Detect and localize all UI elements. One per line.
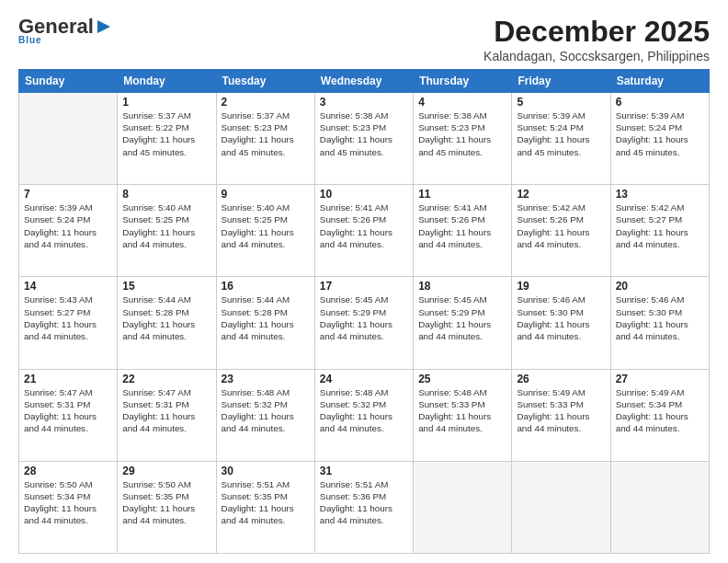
day-detail: Sunrise: 5:40 AMSunset: 5:25 PMDaylight:… <box>222 201 310 250</box>
day-number: 18 <box>418 280 506 293</box>
calendar-cell: 1Sunrise: 5:37 AMSunset: 5:22 PMDaylight… <box>118 93 216 185</box>
logo-arrow-icon <box>96 18 112 35</box>
calendar-cell: 6Sunrise: 5:39 AMSunset: 5:24 PMDaylight… <box>610 93 709 185</box>
day-detail: Sunrise: 5:44 AMSunset: 5:28 PMDaylight:… <box>122 293 210 342</box>
calendar-cell: 13Sunrise: 5:42 AMSunset: 5:27 PMDayligh… <box>610 185 709 277</box>
calendar-cell: 12Sunrise: 5:42 AMSunset: 5:26 PMDayligh… <box>512 185 610 277</box>
calendar-cell: 2Sunrise: 5:37 AMSunset: 5:23 PMDaylight… <box>216 93 314 185</box>
calendar-cell: 7Sunrise: 5:39 AMSunset: 5:24 PMDaylight… <box>19 185 118 277</box>
page-header: General Blue December 2025 Kalandagan, S… <box>18 15 710 63</box>
day-detail: Sunrise: 5:42 AMSunset: 5:27 PMDaylight:… <box>616 201 704 250</box>
calendar-cell: 21Sunrise: 5:47 AMSunset: 5:31 PMDayligh… <box>19 369 118 461</box>
calendar-cell: 18Sunrise: 5:45 AMSunset: 5:29 PMDayligh… <box>414 277 512 369</box>
day-detail: Sunrise: 5:50 AMSunset: 5:35 PMDaylight:… <box>122 478 210 527</box>
day-detail: Sunrise: 5:38 AMSunset: 5:23 PMDaylight:… <box>320 109 408 158</box>
day-detail: Sunrise: 5:43 AMSunset: 5:27 PMDaylight:… <box>24 293 112 342</box>
calendar-cell: 14Sunrise: 5:43 AMSunset: 5:27 PMDayligh… <box>19 277 118 369</box>
day-number: 20 <box>616 280 704 293</box>
day-detail: Sunrise: 5:45 AMSunset: 5:29 PMDaylight:… <box>320 293 408 342</box>
calendar-cell: 9Sunrise: 5:40 AMSunset: 5:25 PMDaylight… <box>216 185 314 277</box>
day-number: 1 <box>122 96 210 109</box>
calendar-cell: 16Sunrise: 5:44 AMSunset: 5:28 PMDayligh… <box>216 277 314 369</box>
day-detail: Sunrise: 5:39 AMSunset: 5:24 PMDaylight:… <box>24 201 112 250</box>
day-detail: Sunrise: 5:48 AMSunset: 5:32 PMDaylight:… <box>222 386 310 435</box>
day-detail: Sunrise: 5:49 AMSunset: 5:33 PMDaylight:… <box>517 386 605 435</box>
day-number: 8 <box>122 188 210 201</box>
day-detail: Sunrise: 5:39 AMSunset: 5:24 PMDaylight:… <box>616 109 704 158</box>
calendar-cell: 17Sunrise: 5:45 AMSunset: 5:29 PMDayligh… <box>314 277 413 369</box>
calendar-cell: 3Sunrise: 5:38 AMSunset: 5:23 PMDaylight… <box>314 93 413 185</box>
col-thursday: Thursday <box>414 70 512 93</box>
calendar-cell: 8Sunrise: 5:40 AMSunset: 5:25 PMDaylight… <box>118 185 216 277</box>
day-detail: Sunrise: 5:45 AMSunset: 5:29 PMDaylight:… <box>418 293 506 342</box>
day-detail: Sunrise: 5:46 AMSunset: 5:30 PMDaylight:… <box>616 293 704 342</box>
day-detail: Sunrise: 5:47 AMSunset: 5:31 PMDaylight:… <box>24 386 112 435</box>
day-number: 2 <box>222 96 310 109</box>
calendar-cell: 23Sunrise: 5:48 AMSunset: 5:32 PMDayligh… <box>216 369 314 461</box>
calendar-cell: 4Sunrise: 5:38 AMSunset: 5:23 PMDaylight… <box>414 93 512 185</box>
day-number: 31 <box>320 465 408 477</box>
calendar-cell: 26Sunrise: 5:49 AMSunset: 5:33 PMDayligh… <box>512 369 610 461</box>
day-detail: Sunrise: 5:46 AMSunset: 5:30 PMDaylight:… <box>517 293 605 342</box>
day-number: 10 <box>320 188 408 201</box>
calendar-cell: 10Sunrise: 5:41 AMSunset: 5:26 PMDayligh… <box>314 185 413 277</box>
calendar-cell: 15Sunrise: 5:44 AMSunset: 5:28 PMDayligh… <box>118 277 216 369</box>
col-friday: Friday <box>512 70 610 93</box>
day-detail: Sunrise: 5:51 AMSunset: 5:35 PMDaylight:… <box>222 478 310 527</box>
col-saturday: Saturday <box>610 70 709 93</box>
day-number: 25 <box>418 373 506 385</box>
calendar-cell: 29Sunrise: 5:50 AMSunset: 5:35 PMDayligh… <box>118 461 216 553</box>
day-detail: Sunrise: 5:37 AMSunset: 5:22 PMDaylight:… <box>122 109 210 158</box>
day-detail: Sunrise: 5:49 AMSunset: 5:34 PMDaylight:… <box>616 386 704 435</box>
day-number: 3 <box>320 96 408 109</box>
calendar-cell <box>414 461 512 553</box>
col-sunday: Sunday <box>19 70 118 93</box>
day-number: 4 <box>418 96 506 109</box>
calendar-cell: 30Sunrise: 5:51 AMSunset: 5:35 PMDayligh… <box>216 461 314 553</box>
calendar-cell: 22Sunrise: 5:47 AMSunset: 5:31 PMDayligh… <box>118 369 216 461</box>
calendar-header-row: Sunday Monday Tuesday Wednesday Thursday… <box>19 70 710 93</box>
day-number: 27 <box>616 373 704 385</box>
title-block: December 2025 Kalandagan, Soccsksargen, … <box>483 15 710 63</box>
day-detail: Sunrise: 5:40 AMSunset: 5:25 PMDaylight:… <box>122 201 210 250</box>
calendar-cell: 28Sunrise: 5:50 AMSunset: 5:34 PMDayligh… <box>19 461 118 553</box>
day-number: 17 <box>320 280 408 293</box>
day-number: 13 <box>616 188 704 201</box>
calendar-week-row: 14Sunrise: 5:43 AMSunset: 5:27 PMDayligh… <box>19 277 710 369</box>
day-number: 23 <box>222 373 310 385</box>
col-tuesday: Tuesday <box>216 70 314 93</box>
day-number: 22 <box>122 373 210 385</box>
day-number: 5 <box>517 96 605 109</box>
day-detail: Sunrise: 5:42 AMSunset: 5:26 PMDaylight:… <box>517 201 605 250</box>
calendar-cell: 5Sunrise: 5:39 AMSunset: 5:24 PMDaylight… <box>512 93 610 185</box>
day-detail: Sunrise: 5:51 AMSunset: 5:36 PMDaylight:… <box>320 478 408 527</box>
day-number: 28 <box>24 465 112 477</box>
day-detail: Sunrise: 5:48 AMSunset: 5:33 PMDaylight:… <box>418 386 506 435</box>
day-detail: Sunrise: 5:48 AMSunset: 5:32 PMDaylight:… <box>320 386 408 435</box>
day-number: 19 <box>517 280 605 293</box>
day-number: 14 <box>24 280 112 293</box>
calendar-cell <box>512 461 610 553</box>
day-detail: Sunrise: 5:38 AMSunset: 5:23 PMDaylight:… <box>418 109 506 158</box>
calendar-week-row: 7Sunrise: 5:39 AMSunset: 5:24 PMDaylight… <box>19 185 710 277</box>
calendar-cell: 31Sunrise: 5:51 AMSunset: 5:36 PMDayligh… <box>314 461 413 553</box>
calendar-cell: 27Sunrise: 5:49 AMSunset: 5:34 PMDayligh… <box>610 369 709 461</box>
day-detail: Sunrise: 5:37 AMSunset: 5:23 PMDaylight:… <box>222 109 310 158</box>
day-number: 11 <box>418 188 506 201</box>
calendar-cell <box>19 93 118 185</box>
day-detail: Sunrise: 5:50 AMSunset: 5:34 PMDaylight:… <box>24 478 112 527</box>
logo-blue-text: Blue <box>18 35 42 45</box>
month-title: December 2025 <box>483 15 710 49</box>
day-number: 6 <box>616 96 704 109</box>
day-number: 16 <box>222 280 310 293</box>
calendar-cell: 20Sunrise: 5:46 AMSunset: 5:30 PMDayligh… <box>610 277 709 369</box>
svg-marker-0 <box>97 20 110 33</box>
day-number: 29 <box>122 465 210 477</box>
day-number: 15 <box>122 280 210 293</box>
day-number: 7 <box>24 188 112 201</box>
day-detail: Sunrise: 5:47 AMSunset: 5:31 PMDaylight:… <box>122 386 210 435</box>
calendar-week-row: 21Sunrise: 5:47 AMSunset: 5:31 PMDayligh… <box>19 369 710 461</box>
calendar-cell <box>610 461 709 553</box>
calendar-cell: 25Sunrise: 5:48 AMSunset: 5:33 PMDayligh… <box>414 369 512 461</box>
calendar-table: Sunday Monday Tuesday Wednesday Thursday… <box>18 69 710 554</box>
